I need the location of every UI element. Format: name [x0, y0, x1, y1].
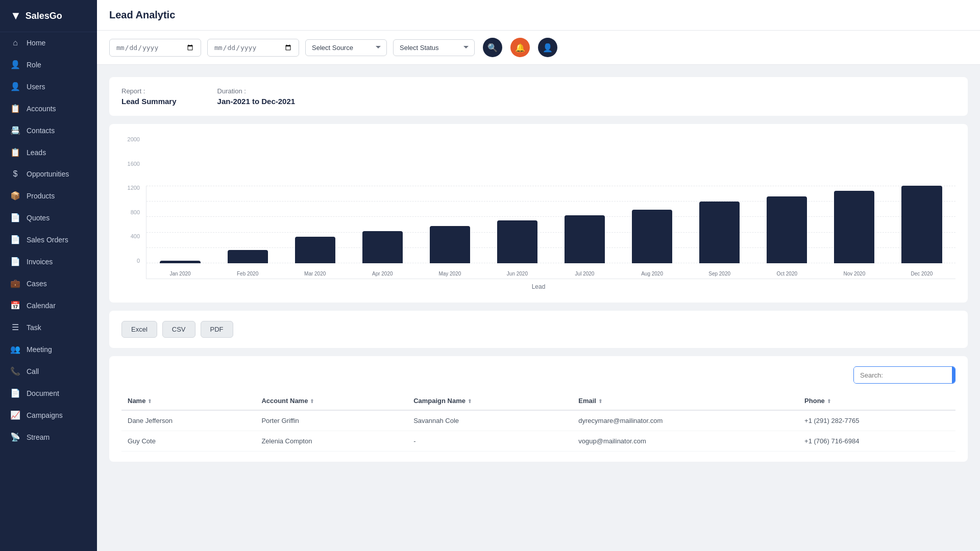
report-label: Report :: [121, 87, 177, 95]
date-from-wrapper[interactable]: [109, 39, 201, 57]
sidebar-label-cases: Cases: [27, 280, 47, 288]
notification-button[interactable]: 🔔: [510, 38, 530, 57]
sidebar-item-contacts[interactable]: 📇 Contacts: [0, 119, 97, 141]
grid-line: [146, 186, 955, 186]
sidebar-item-document[interactable]: 📄 Document: [0, 382, 97, 404]
search-button[interactable]: 🔍: [483, 38, 502, 57]
y-axis-label: 2000: [121, 136, 140, 142]
search-submit-button[interactable]: 🔍: [952, 367, 955, 383]
col-header-phone[interactable]: Phone⬆: [798, 392, 955, 410]
bar-label: Jul 2020: [575, 271, 595, 277]
sidebar-item-users[interactable]: 👤 Users: [0, 76, 97, 97]
sidebar-item-task[interactable]: ☰ Task: [0, 316, 97, 338]
sort-icon: ⬆: [148, 398, 152, 404]
quotes-icon: 📄: [10, 213, 20, 222]
cell-name: Dane Jefferson: [121, 410, 255, 431]
bar-group: Mar 2020: [281, 237, 349, 279]
main-area: Lead Analytic Select Source Web Phone Em…: [97, 0, 980, 551]
leads-table: Name⬆Account Name⬆Campaign Name⬆Email⬆Ph…: [121, 392, 955, 452]
chart-bar: [632, 210, 672, 263]
search-input[interactable]: [854, 367, 952, 383]
sidebar-item-opportunities[interactable]: $ Opportunities: [0, 163, 97, 185]
bar-group: Apr 2020: [349, 231, 416, 279]
sidebar-item-invoices[interactable]: 📄 Invoices: [0, 251, 97, 272]
sidebar-item-stream[interactable]: 📡 Stream: [0, 426, 97, 448]
sidebar-item-call[interactable]: 📞 Call: [0, 360, 97, 382]
chart-bar: [767, 196, 807, 263]
bar-group: Feb 2020: [214, 250, 281, 279]
status-select[interactable]: Select Status New Assigned In Process Co…: [393, 39, 475, 56]
document-icon: 📄: [10, 388, 20, 398]
sidebar-label-opportunities: Opportunities: [27, 170, 69, 178]
sidebar-item-meeting[interactable]: 👥 Meeting: [0, 338, 97, 360]
source-select[interactable]: Select Source Web Phone Email Campaign: [305, 39, 387, 56]
top-header: Lead Analytic: [97, 0, 980, 31]
bar-group: May 2020: [416, 226, 483, 279]
table-row[interactable]: Dane JeffersonPorter GriffinSavannah Col…: [121, 410, 955, 431]
sidebar-label-invoices: Invoices: [27, 258, 53, 266]
bar-label: Dec 2020: [911, 271, 933, 277]
date-from-input[interactable]: [116, 43, 194, 52]
task-icon: ☰: [10, 322, 20, 332]
sidebar-label-campaigns: Campaigns: [27, 411, 63, 419]
sidebar-item-campaigns[interactable]: 📈 Campaigns: [0, 404, 97, 426]
bar-group: Jun 2020: [483, 220, 551, 279]
user-button[interactable]: 👤: [538, 38, 557, 57]
chart-bar: [699, 202, 740, 263]
sort-icon: ⬆: [598, 398, 602, 404]
campaigns-icon: 📈: [10, 410, 20, 420]
sidebar-label-products: Products: [27, 192, 55, 200]
sidebar-label-leads: Leads: [27, 148, 46, 157]
sidebar-item-calendar[interactable]: 📅 Calendar: [0, 294, 97, 316]
contacts-icon: 📇: [10, 126, 20, 135]
bar-label: Apr 2020: [372, 271, 393, 277]
chart-area: 0400800120016002000 Jan 2020Feb 2020Mar …: [121, 136, 955, 279]
col-header-campaign_name[interactable]: Campaign Name⬆: [407, 392, 572, 410]
users-icon: 👤: [10, 82, 20, 91]
report-value: Lead Summary: [121, 97, 177, 106]
col-header-email[interactable]: Email⬆: [572, 392, 798, 410]
bar-group: Jul 2020: [551, 215, 618, 279]
pdf-button[interactable]: PDF: [201, 321, 233, 338]
col-header-account_name[interactable]: Account Name⬆: [255, 392, 407, 410]
chart-bar: [901, 186, 942, 263]
sidebar-label-home: Home: [27, 39, 45, 47]
col-header-name[interactable]: Name⬆: [121, 392, 255, 410]
table-row[interactable]: Guy CoteZelenia Compton-vogup@mailinator…: [121, 431, 955, 452]
opportunities-icon: $: [10, 169, 20, 179]
bar-group: Jan 2020: [146, 261, 214, 279]
date-to-wrapper[interactable]: [207, 39, 299, 57]
csv-button[interactable]: CSV: [162, 321, 195, 338]
y-axis-label: 400: [121, 233, 140, 239]
sidebar-item-quotes[interactable]: 📄 Quotes: [0, 207, 97, 229]
sidebar-item-home[interactable]: ⌂ Home: [0, 32, 97, 54]
sidebar-label-stream: Stream: [27, 433, 50, 441]
chart-bar: [228, 250, 268, 263]
role-icon: 👤: [10, 60, 20, 69]
sidebar-item-leads[interactable]: 📋 Leads: [0, 141, 97, 163]
cell-phone: +1 (291) 282-7765: [798, 410, 955, 431]
cases-icon: 💼: [10, 279, 20, 288]
excel-button[interactable]: Excel: [121, 321, 157, 338]
bar-group: Sep 2020: [686, 202, 753, 279]
sidebar-item-cases[interactable]: 💼 Cases: [0, 272, 97, 294]
cell-campaign_name: Savannah Cole: [407, 410, 572, 431]
y-axis-label: 800: [121, 209, 140, 215]
app-logo[interactable]: ▼ SalesGo: [0, 0, 97, 32]
sales-orders-icon: 📄: [10, 235, 20, 244]
cell-phone: +1 (706) 716-6984: [798, 431, 955, 452]
sidebar-item-products[interactable]: 📦 Products: [0, 185, 97, 207]
sidebar-item-role[interactable]: 👤 Role: [0, 54, 97, 76]
table-head: Name⬆Account Name⬆Campaign Name⬆Email⬆Ph…: [121, 392, 955, 410]
search-box[interactable]: 🔍: [853, 366, 955, 384]
logo-icon: ▼: [10, 9, 21, 22]
cell-account_name: Zelenia Compton: [255, 431, 407, 452]
sidebar-item-sales-orders[interactable]: 📄 Sales Orders: [0, 229, 97, 251]
date-to-input[interactable]: [214, 43, 292, 52]
chart-bar: [565, 215, 605, 264]
bar-label: Feb 2020: [237, 271, 258, 277]
sidebar-item-accounts[interactable]: 📋 Accounts: [0, 97, 97, 119]
chart-bar: [295, 237, 335, 264]
bar-group: Aug 2020: [619, 210, 686, 279]
accounts-icon: 📋: [10, 104, 20, 113]
